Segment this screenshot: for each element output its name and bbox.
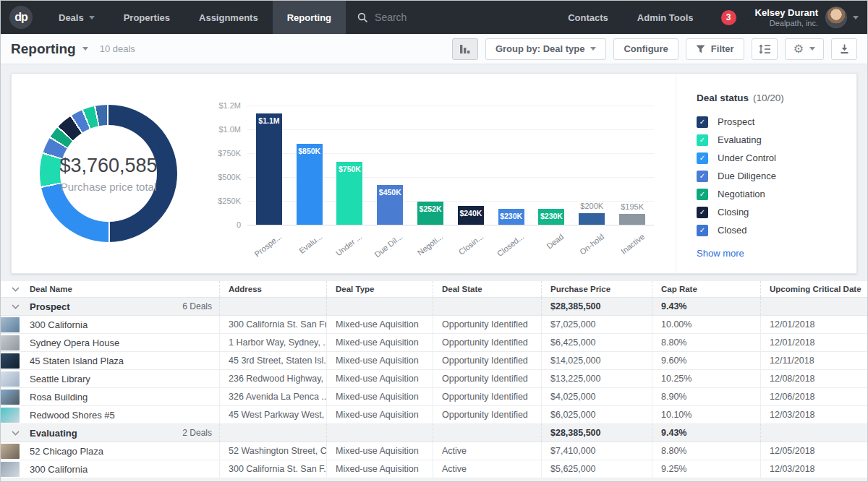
dealpath-logo[interactable]: dp	[9, 6, 33, 29]
search-trigger[interactable]: Search	[357, 12, 407, 23]
deal-type-cell: Mixed-use Aquisition	[326, 316, 433, 333]
deal-name[interactable]: Rosa Building	[30, 392, 88, 403]
deal-status-legend: Deal status(10/20) ✓Prospect✓Evaluating✓…	[676, 74, 856, 273]
purchase-price-cell: $5,625,000	[541, 460, 652, 478]
status-filter-due-diligence[interactable]: ✓Due Diligence	[697, 167, 856, 185]
bar-negotiation[interactable]: $252K	[417, 202, 443, 225]
checkbox-checked[interactable]: ✓	[697, 152, 708, 164]
column-header[interactable]: Deal Type	[326, 281, 433, 297]
table-row[interactable]: 300 California300 California St. San F..…	[1, 460, 867, 478]
column-header[interactable]: Purchase Price	[541, 281, 652, 297]
avatar[interactable]	[825, 7, 847, 28]
table-row[interactable]: Rosa Building326 Avenida La Penca ...Mix…	[1, 388, 867, 406]
column-header[interactable]: Upcoming Critical Date	[760, 281, 868, 297]
nav-item-admin-tools[interactable]: Admin Tools	[623, 1, 708, 34]
deal-name[interactable]: Redwood Shores #5	[30, 410, 115, 421]
y-axis-tick: $250K	[218, 197, 241, 205]
nav-item-reporting[interactable]: Reporting	[273, 1, 346, 34]
download-button[interactable]	[831, 38, 857, 60]
status-filter-negotiation[interactable]: ✓Negotiation	[697, 185, 856, 203]
column-header[interactable]: Cap Rate	[652, 281, 760, 297]
bar-dead[interactable]: $230K	[538, 209, 564, 225]
x-axis-label: On-hold	[578, 232, 605, 257]
table-row[interactable]: Sydney Opera House1 Harbor Way, Sydney, …	[1, 334, 867, 352]
bar-on-hold[interactable]: $200K	[579, 213, 605, 225]
x-axis-label: Inactive	[619, 232, 646, 256]
bar-inactive[interactable]: $195K	[619, 214, 645, 225]
nav-item-deals[interactable]: Deals	[44, 1, 109, 34]
checkbox-checked[interactable]: ✓	[697, 116, 708, 128]
bar-value-label: $230K	[538, 212, 564, 220]
collapse-chevron[interactable]	[1, 298, 30, 315]
settings-dropdown[interactable]: ⚙	[785, 38, 824, 60]
deal-name[interactable]: Sydney Opera House	[30, 337, 119, 348]
status-filter-closed[interactable]: ✓Closed	[697, 221, 856, 239]
bar-prospect[interactable]: $1.1M	[256, 113, 282, 225]
column-header[interactable]: Address	[219, 281, 326, 297]
user-menu[interactable]: Kelsey Durant Dealpath, inc.	[755, 7, 818, 27]
purchase-price-cell: $14,025,000	[541, 352, 652, 369]
bar-closed[interactable]: $230K	[498, 209, 524, 225]
show-more-link[interactable]: Show more	[697, 248, 744, 259]
chart-view-toggle-button[interactable]	[452, 38, 478, 60]
y-axis-tick: 0	[237, 220, 241, 229]
group-name: Evaluating	[30, 428, 77, 439]
checkbox-checked[interactable]: ✓	[697, 225, 708, 236]
deal-name[interactable]: 300 California	[30, 464, 88, 475]
y-axis-tick: $1.0M	[218, 125, 241, 134]
column-header[interactable]: Deal State	[433, 281, 541, 297]
chevron-down-icon[interactable]	[853, 16, 859, 20]
address-cell: 300 California St. San F...	[219, 460, 326, 478]
group-name: Prospect	[30, 301, 70, 312]
page-title[interactable]: Reporting	[11, 41, 76, 57]
chevron-down-icon[interactable]	[82, 47, 88, 51]
status-filter-under-control[interactable]: ✓Under Control	[697, 149, 856, 167]
empty-cell	[326, 298, 433, 315]
x-axis-label: Under ...	[334, 232, 364, 257]
empty-cell	[433, 424, 541, 442]
table-row[interactable]: 300 California300 California St. San Fra…	[1, 316, 867, 334]
nav-item-contacts[interactable]: Contacts	[553, 1, 623, 34]
bar-closing[interactable]: $240K	[458, 206, 484, 225]
group-row-evaluating[interactable]: Evaluating2 Deals$28,385,5009.43%	[1, 424, 867, 442]
bar-column: $230KClosed...	[491, 106, 532, 225]
collapse-chevron[interactable]	[1, 424, 30, 442]
chevron-down-icon	[12, 287, 20, 292]
table-row[interactable]: Seattle Library236 Redwood Highway, ...M…	[1, 370, 867, 388]
table-row[interactable]: 52 Chicago Plaza52 Washington Street, C.…	[1, 442, 867, 460]
deal-name[interactable]: 45 Staten Island Plaza	[30, 356, 124, 366]
address-cell: 1 Harbor Way, Sydney, ...	[219, 334, 326, 351]
checkbox-checked[interactable]: ✓	[697, 171, 708, 182]
nav-item-assignments[interactable]: Assignments	[184, 1, 273, 34]
deal-name[interactable]: 52 Chicago Plaza	[30, 446, 103, 457]
group-by-dropdown[interactable]: Group by: Deal type	[485, 38, 607, 60]
status-filter-evaluating[interactable]: ✓Evaluating	[697, 131, 856, 149]
bar-column: $450KDue Dil...	[370, 106, 410, 225]
status-filter-closing[interactable]: ✓Closing	[697, 203, 856, 221]
configure-button[interactable]: Configure	[613, 38, 678, 60]
filter-button[interactable]: Filter	[686, 38, 744, 60]
table-footer-filler	[1, 478, 867, 482]
row-height-button[interactable]	[752, 38, 778, 60]
checkbox-checked[interactable]: ✓	[697, 207, 708, 218]
legend-items: ✓Prospect✓Evaluating✓Under Control✓Due D…	[697, 113, 856, 239]
collapse-chevron[interactable]	[1, 281, 30, 297]
nav-item-properties[interactable]: Properties	[109, 1, 184, 34]
bar-under-control[interactable]: $750K	[336, 162, 362, 225]
checkbox-checked[interactable]: ✓	[697, 189, 708, 200]
table-row[interactable]: 45 Staten Island Plaza45 3rd Street, Sta…	[1, 352, 867, 370]
deal-name[interactable]: 300 California	[30, 319, 88, 330]
table-row[interactable]: Redwood Shores #545 West Parkway West, .…	[1, 406, 867, 424]
purchase-price-cell: $7,025,000	[541, 316, 652, 333]
notification-badge[interactable]: 3	[721, 10, 736, 25]
deal-name[interactable]: Seattle Library	[30, 374, 90, 384]
group-row-prospect[interactable]: Prospect6 Deals$28,385,5009.43%	[1, 298, 867, 316]
donut-chart[interactable]: $3,760,585 Purchase price total	[40, 105, 177, 242]
bar-evaluating[interactable]: $850K	[297, 144, 323, 225]
status-filter-prospect[interactable]: ✓Prospect	[697, 113, 856, 131]
column-header[interactable]: Deal Name	[30, 281, 219, 297]
bar-due-diligence[interactable]: $450K	[377, 185, 403, 225]
checkbox-checked[interactable]: ✓	[697, 134, 708, 146]
cap-rate-cell: 9.25%	[652, 460, 760, 478]
bar-value-label: $200K	[570, 202, 613, 210]
